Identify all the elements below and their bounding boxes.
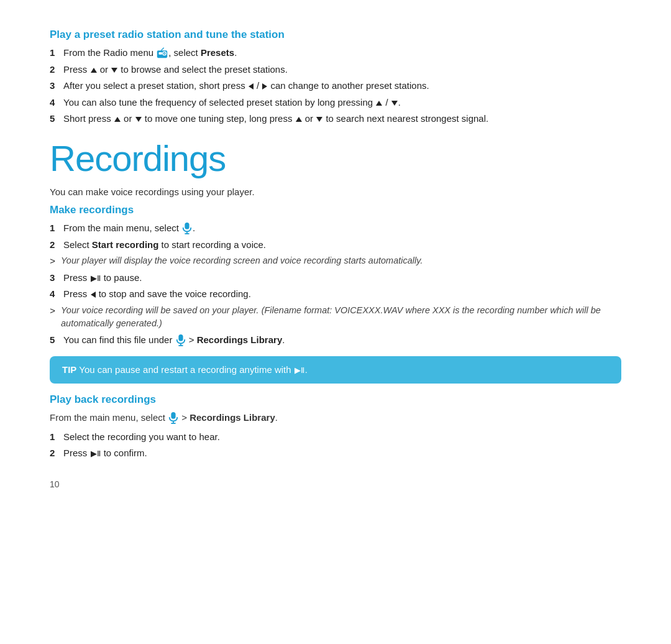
triangle-left-icon xyxy=(249,83,253,90)
step-content: Select the recording you want to hear. xyxy=(63,430,621,444)
section2-step5: 5 You can find this file under > Recordi… xyxy=(50,333,621,347)
step-number: 2 xyxy=(50,238,63,252)
step-number: 2 xyxy=(50,63,63,77)
italic-text: Your voice recording will be saved on yo… xyxy=(61,304,621,331)
step-2-1: 1 From the main menu, select . xyxy=(50,221,621,236)
step-content: Press to stop and save the voice recordi… xyxy=(63,287,621,301)
italic-text: Your player will display the voice recor… xyxy=(61,254,621,268)
step-number: 1 xyxy=(50,46,63,60)
step-2-3: 3 Press ▶Ⅱ to pause. xyxy=(50,271,621,285)
tip-box: TIP You can pause and restart a recordin… xyxy=(50,356,621,384)
step-1-1: 1 From the Radio menu , select Presets. xyxy=(50,46,621,60)
step-2-2: 2 Select Start recording to start record… xyxy=(50,238,621,252)
mic-icon xyxy=(168,412,179,424)
step-number: 3 xyxy=(50,271,63,285)
step-content: From the main menu, select . xyxy=(63,221,621,236)
step-content: After you select a preset station, short… xyxy=(63,79,621,93)
triangle-up-icon xyxy=(91,68,97,73)
triangle-up-icon xyxy=(376,101,382,106)
step-1-3: 3 After you select a preset station, sho… xyxy=(50,79,621,93)
triangle-down-icon xyxy=(111,68,117,73)
step-number: 5 xyxy=(50,112,63,126)
step-content: Press ▶Ⅱ to pause. xyxy=(63,271,621,285)
triangle-up-icon xyxy=(114,117,121,122)
step-content: Short press or to move one tuning step, … xyxy=(63,112,621,126)
step-2-5: 5 You can find this file under > Recordi… xyxy=(50,333,621,347)
triangle-left-icon xyxy=(91,292,96,298)
tip-label: TIP xyxy=(62,364,76,375)
step-number: 4 xyxy=(50,96,63,110)
mic-icon xyxy=(175,334,186,346)
triangle-up-icon xyxy=(296,117,302,122)
step-content: From the Radio menu , select Presets. xyxy=(63,46,621,60)
recordings-intro: You can make voice recordings using your… xyxy=(50,185,621,200)
section2-steps-cont: 3 Press ▶Ⅱ to pause. 4 Press to stop and… xyxy=(50,271,621,301)
step-1-4: 4 You can also tune the frequency of sel… xyxy=(50,96,621,110)
page-number: 10 xyxy=(50,479,621,489)
step-number: 5 xyxy=(50,333,63,347)
step-content: Press or to browse and select the preset… xyxy=(63,63,621,77)
step-2-4: 4 Press to stop and save the voice recor… xyxy=(50,287,621,301)
step-number: 1 xyxy=(50,221,63,236)
mic-icon xyxy=(181,222,193,234)
step-content: Press ▶Ⅱ to confirm. xyxy=(63,446,621,461)
step-content: You can find this file under > Recording… xyxy=(63,333,621,347)
step-number: 3 xyxy=(50,79,63,93)
triangle-down-icon xyxy=(391,101,398,106)
step-number: 1 xyxy=(50,430,63,444)
italic-note-1: > Your player will display the voice rec… xyxy=(50,254,621,269)
step-3-2: 2 Press ▶Ⅱ to confirm. xyxy=(50,446,621,461)
section1-steps: 1 From the Radio menu , select Presets. … xyxy=(50,46,621,126)
step-number: 4 xyxy=(50,287,63,301)
triangle-down-icon xyxy=(135,117,142,122)
recordings-heading: Recordings xyxy=(50,137,621,179)
triangle-down-icon xyxy=(316,117,322,122)
section3-intro: From the main menu, select > Recordings … xyxy=(50,411,621,425)
step-1-2: 2 Press or to browse and select the pres… xyxy=(50,63,621,77)
step-1-5: 5 Short press or to move one tuning step… xyxy=(50,112,621,126)
tip-text: You can pause and restart a recording an… xyxy=(79,364,308,375)
section2-title: Make recordings xyxy=(50,204,621,216)
play-pause-icon: ▶Ⅱ xyxy=(91,272,101,285)
step-content: Select Start recording to start recordin… xyxy=(63,238,621,252)
section2-steps: 1 From the main menu, select . 2 Select … xyxy=(50,221,621,252)
section1-title: Play a preset radio station and tune the… xyxy=(50,29,621,41)
play-pause-icon: ▶Ⅱ xyxy=(91,448,101,460)
step-3-1: 1 Select the recording you want to hear. xyxy=(50,430,621,444)
radio-icon xyxy=(156,47,168,59)
play-pause-icon: ▶Ⅱ xyxy=(294,364,304,377)
section3-title: Play back recordings xyxy=(50,393,621,406)
section3-steps: 1 Select the recording you want to hear.… xyxy=(50,430,621,461)
step-content: You can also tune the frequency of selec… xyxy=(63,96,621,110)
triangle-right-icon xyxy=(262,83,267,90)
italic-note-2: > Your voice recording will be saved on … xyxy=(50,304,621,331)
step-number: 2 xyxy=(50,446,63,461)
